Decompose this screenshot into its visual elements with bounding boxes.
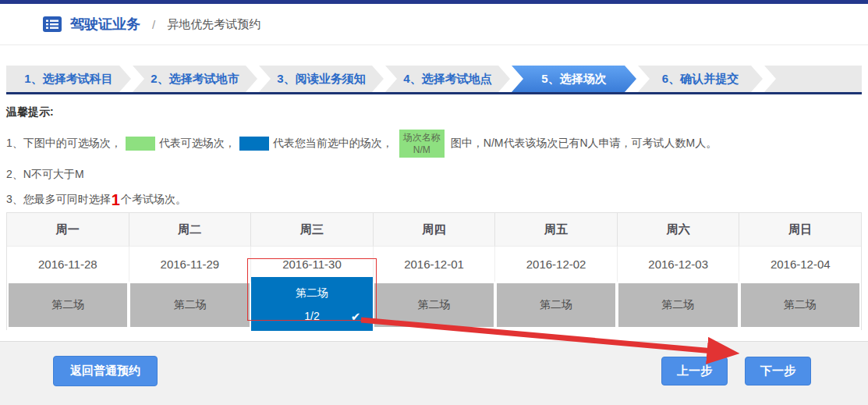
step-tab-3[interactable]: 3、阅读业务须知 bbox=[259, 66, 384, 92]
session-label[interactable]: 第二场 bbox=[618, 283, 737, 327]
date-cell: 2016-11-28 bbox=[7, 247, 129, 282]
tip-line-2: 2、N不可大于M bbox=[6, 168, 862, 182]
tips-section: 温馨提示: 1、下图中的可选场次， 代表可选场次， 代表您当前选中的场次， 场次… bbox=[6, 105, 862, 208]
max-select-count: 1 bbox=[111, 192, 121, 208]
table-row-sessions: 第二场 第二场 第二场 1/2 ✔ 第二场 第二场 第二场 第二场 bbox=[7, 282, 861, 330]
date-cell: 2016-12-01 bbox=[374, 247, 496, 282]
session-cell-thu[interactable]: 第二场 bbox=[373, 282, 494, 330]
day-header: 周二 bbox=[129, 213, 252, 247]
day-header: 周三 bbox=[251, 213, 374, 247]
step-tab-4[interactable]: 4、选择考试地点 bbox=[385, 66, 510, 92]
session-label[interactable]: 第二场 bbox=[130, 283, 249, 327]
list-icon bbox=[43, 16, 62, 32]
day-header: 周五 bbox=[495, 213, 618, 247]
date-cell: 2016-11-29 bbox=[129, 247, 252, 282]
day-header: 周日 bbox=[739, 213, 861, 247]
session-cell-sat[interactable]: 第二场 bbox=[617, 282, 739, 330]
tip-line-1: 1、下图中的可选场次， 代表可选场次， 代表您当前选中的场次， 场次名称 N/M… bbox=[6, 130, 862, 158]
session-selected[interactable]: 第二场 1/2 ✔ bbox=[251, 277, 373, 331]
tip1-text-d: 图中，N/M代表该场次已有N人申请，可考试人数M人。 bbox=[451, 137, 717, 151]
tips-heading: 温馨提示: bbox=[6, 105, 862, 119]
session-label[interactable]: 第二场 bbox=[374, 283, 493, 327]
session-cell-sun[interactable]: 第二场 bbox=[739, 282, 861, 330]
session-capacity: 1/2 bbox=[304, 310, 319, 322]
tip1-text-b: 代表可选场次， bbox=[159, 137, 236, 151]
session-label[interactable]: 第二场 bbox=[741, 283, 859, 327]
steps-underline bbox=[6, 92, 862, 94]
tip3-text-b: 个考试场次。 bbox=[121, 193, 186, 207]
next-step-button[interactable]: 下一步 bbox=[745, 357, 811, 385]
legend-badge-value: N/M bbox=[413, 144, 430, 155]
date-cell: 2016-12-03 bbox=[618, 247, 740, 282]
legend-badge-title: 场次名称 bbox=[403, 132, 441, 143]
schedule-table: 周一 周二 周三 周四 周五 周六 周日 2016-11-28 2016-11-… bbox=[6, 212, 862, 330]
breadcrumb-separator: / bbox=[152, 18, 155, 31]
session-label[interactable]: 第二场 bbox=[9, 283, 127, 327]
date-cell: 2016-12-04 bbox=[739, 247, 861, 282]
check-icon: ✔ bbox=[351, 310, 361, 324]
session-label[interactable]: 第二场 bbox=[497, 283, 615, 327]
day-header: 周六 bbox=[618, 213, 740, 247]
tip1-text-c: 代表您当前选中的场次， bbox=[273, 137, 393, 151]
day-header: 周四 bbox=[374, 213, 496, 247]
legend-selected-swatch bbox=[239, 137, 269, 151]
table-row-dates: 2016-11-28 2016-11-29 2016-11-30 2016-12… bbox=[7, 247, 861, 282]
step-tab-1[interactable]: 1、选择考试科目 bbox=[6, 66, 131, 92]
tip1-text-a: 1、下图中的可选场次， bbox=[6, 137, 122, 151]
tip-line-3: 3、您最多可同时选择 1 个考试场次。 bbox=[6, 192, 862, 208]
back-to-normal-booking-button[interactable]: 返回普通预约 bbox=[53, 356, 158, 386]
footer-bar: 返回普通预约 上一步 下一步 bbox=[0, 341, 868, 405]
session-cell-fri[interactable]: 第二场 bbox=[495, 282, 617, 330]
date-cell: 2016-12-02 bbox=[495, 247, 618, 282]
step-tab-filler bbox=[764, 66, 862, 92]
legend-session-badge: 场次名称 N/M bbox=[399, 130, 445, 158]
session-cell-tue[interactable]: 第二场 bbox=[129, 282, 250, 330]
session-cell-mon[interactable]: 第二场 bbox=[7, 282, 129, 330]
breadcrumb-section[interactable]: 驾驶证业务 bbox=[70, 15, 140, 34]
step-tab-5-active[interactable]: 5、选择场次 bbox=[512, 66, 636, 92]
tip3-text-a: 3、您最多可同时选择 bbox=[6, 193, 111, 207]
step-wizard: 1、选择考试科目 2、选择考试地市 3、阅读业务须知 4、选择考试地点 5、选择… bbox=[6, 66, 862, 94]
day-header: 周一 bbox=[7, 213, 129, 247]
step-tab-6[interactable]: 6、确认并提交 bbox=[638, 66, 763, 92]
breadcrumb-current: 异地优先考试预约 bbox=[167, 17, 260, 32]
page-header: 驾驶证业务 / 异地优先考试预约 bbox=[0, 4, 868, 45]
step-tab-2[interactable]: 2、选择考试地市 bbox=[133, 66, 257, 92]
legend-available-swatch bbox=[126, 137, 155, 151]
prev-step-button[interactable]: 上一步 bbox=[661, 357, 728, 385]
session-cell-wed-selected[interactable]: 第二场 1/2 ✔ bbox=[251, 282, 373, 330]
session-label: 第二场 bbox=[296, 286, 328, 300]
table-row-days: 周一 周二 周三 周四 周五 周六 周日 bbox=[7, 213, 861, 247]
